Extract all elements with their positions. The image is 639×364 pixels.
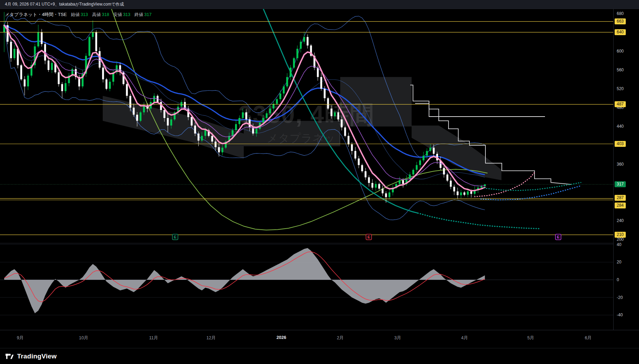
ohlc-value: 313 xyxy=(81,12,88,17)
marker-letter: E xyxy=(557,235,559,239)
ohlc-values: 始値313高値318安値313終値317 xyxy=(67,12,151,18)
candle-body xyxy=(279,94,281,99)
candle-body xyxy=(327,98,329,109)
candle-body xyxy=(130,96,131,108)
tradingview-chart-window: 4月 09, 2026 07:41 UTC+9、takatabaがTrading… xyxy=(0,0,639,364)
candle-body xyxy=(337,112,339,119)
candle-body xyxy=(197,134,199,141)
candle-body xyxy=(221,148,223,152)
time-scale[interactable]: 9月10月11月12月20262月3月4月5月6月 xyxy=(0,330,639,348)
candle-body xyxy=(51,63,53,70)
candle-body xyxy=(330,109,332,116)
price-level-label: 487 xyxy=(615,101,626,107)
candle-body xyxy=(324,89,326,98)
candle-body xyxy=(201,136,203,141)
projection-blue xyxy=(481,186,581,200)
candle-body xyxy=(368,177,370,183)
candle-body xyxy=(463,192,465,195)
creation-note: 4月 09, 2026 07:41 UTC+9、takatabaがTrading… xyxy=(5,1,124,7)
candle-body xyxy=(341,119,343,127)
candle-body xyxy=(443,168,445,175)
candle-body xyxy=(378,184,380,189)
cloud-polygon xyxy=(103,96,190,141)
candle-body xyxy=(286,77,288,86)
candle-body xyxy=(453,187,455,192)
oscillator-tick: -20 xyxy=(617,294,623,301)
candle-body xyxy=(276,99,278,104)
candle-body xyxy=(232,130,233,136)
candle-body xyxy=(269,109,271,113)
current-price-label: 317 xyxy=(615,181,626,187)
candle-body xyxy=(389,192,390,197)
projection-teal-down xyxy=(418,213,540,229)
candle-body xyxy=(361,165,363,171)
candle-body xyxy=(354,151,356,159)
strategy-marker[interactable]: E xyxy=(172,234,178,240)
fast-ma-pink xyxy=(4,25,485,191)
cloud-polygon xyxy=(244,121,340,146)
candle-body xyxy=(470,191,472,194)
candle-body xyxy=(450,181,452,187)
candle-body xyxy=(242,112,244,118)
chart-canvas[interactable]: EEE xyxy=(0,9,613,330)
marker-letter: E xyxy=(367,235,370,239)
time-label: 2月 xyxy=(329,335,351,341)
time-label: 10月 xyxy=(72,335,95,341)
candle-body xyxy=(344,127,346,136)
candle-body xyxy=(446,174,448,181)
strategy-marker[interactable]: E xyxy=(555,234,561,240)
candle-body xyxy=(372,183,373,188)
candle-body xyxy=(58,72,60,84)
candle-body xyxy=(262,118,264,123)
symbol-title[interactable]: メタプラネット・4時間・TSE xyxy=(5,11,67,18)
candle-body xyxy=(293,58,295,68)
candle-body xyxy=(365,171,366,177)
candle-body xyxy=(215,142,216,147)
oscillator-tick: -40 xyxy=(617,312,623,318)
candle-body xyxy=(307,37,309,45)
cloud-polygon xyxy=(412,126,501,180)
price-level-label: 210 xyxy=(615,232,626,238)
candle-body xyxy=(399,180,400,184)
candle-body xyxy=(65,83,67,91)
candle-body xyxy=(419,160,421,165)
candle-body xyxy=(10,42,12,58)
price-tick: 440 xyxy=(617,123,624,129)
candle-body xyxy=(95,32,97,51)
candle-body xyxy=(106,79,107,89)
candle-body xyxy=(211,136,213,142)
price-tick: 560 xyxy=(617,67,624,73)
candle-body xyxy=(37,32,39,47)
candle-body xyxy=(467,191,469,195)
candle-body xyxy=(218,147,220,152)
time-label: 6月 xyxy=(577,335,599,341)
tradingview-brand[interactable]: TradingView xyxy=(17,353,57,360)
candle-body xyxy=(320,77,322,89)
candle-body xyxy=(167,118,169,126)
candle-body xyxy=(92,32,94,37)
time-label: 2026 xyxy=(270,335,293,340)
ohlc-value: 318 xyxy=(102,12,109,17)
candle-body xyxy=(239,118,240,124)
price-tick: 680 xyxy=(617,10,624,17)
price-tick: 240 xyxy=(617,217,624,224)
price-scale[interactable]: 6806005605204804403602402006636404874032… xyxy=(613,9,639,330)
candle-body xyxy=(48,61,49,70)
candle-body xyxy=(382,189,383,193)
candle-body xyxy=(14,49,15,58)
tradingview-logo-icon[interactable] xyxy=(5,352,14,361)
candle-body xyxy=(460,192,462,195)
candles xyxy=(3,12,486,203)
candle-body xyxy=(109,82,111,89)
candle-body xyxy=(348,136,349,144)
candle-body xyxy=(402,180,404,184)
time-label: 4月 xyxy=(453,335,476,341)
candle-body xyxy=(433,148,435,154)
ohlc-label: 安値 xyxy=(113,12,122,17)
candle-body xyxy=(245,112,247,119)
price-level-label: 403 xyxy=(615,141,626,147)
candle-body xyxy=(170,119,172,126)
oscillator-tick: 40 xyxy=(617,242,621,248)
ohlc-label: 高値 xyxy=(92,12,101,17)
strategy-marker[interactable]: E xyxy=(366,234,372,240)
